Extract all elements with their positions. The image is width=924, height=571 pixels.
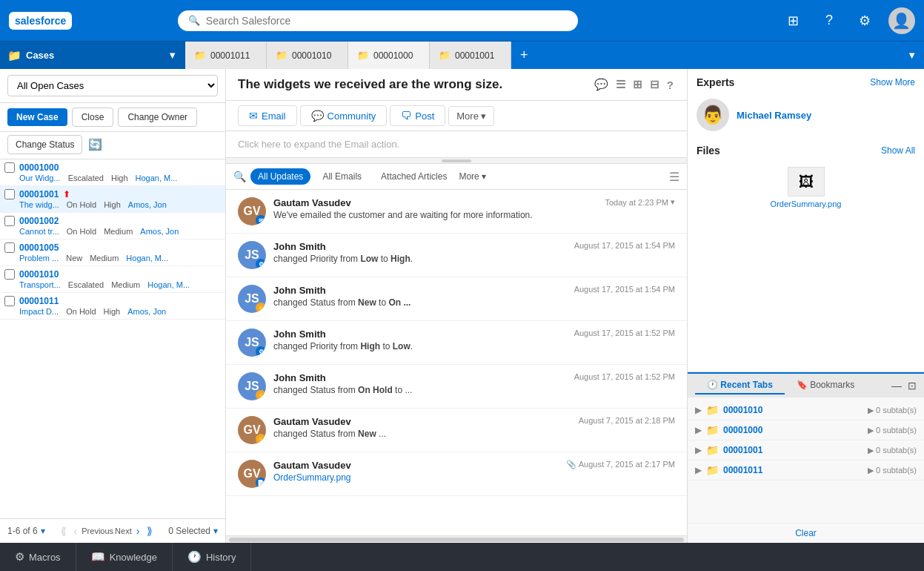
case-number-0[interactable]: 00001000 bbox=[19, 162, 59, 173]
case-row-5[interactable]: 00001011 Impact D... On Hold High Amos, … bbox=[0, 293, 225, 320]
recent-tabs-list: ▶ 📁 00001010 ▶ 0 subtab(s) ▶ 📁 00001000 … bbox=[688, 397, 924, 523]
main-layout: All Open Cases New Case Close Change Own… bbox=[0, 69, 924, 543]
filter-more-label: More bbox=[459, 171, 479, 182]
clear-button[interactable]: Clear bbox=[688, 523, 924, 543]
email-action-tab[interactable]: ✉ Email bbox=[238, 105, 297, 126]
rt-sub-3[interactable]: ▶ 0 subtab(s) bbox=[868, 466, 917, 475]
selected-dropdown-icon[interactable]: ▾ bbox=[213, 526, 218, 536]
actions-more-dropdown[interactable]: More ▾ bbox=[448, 106, 494, 126]
tab-00001011[interactable]: 📁 00001011 bbox=[185, 42, 267, 69]
grid-icon[interactable]: ⊞ bbox=[782, 9, 805, 33]
horiz-scroll-thumb bbox=[229, 538, 684, 542]
right-top: Experts Show More 👨 Michael Ramsey Files… bbox=[688, 69, 924, 372]
case-row-0[interactable]: 00001000 Our Widg... Escalated High Hoga… bbox=[0, 159, 225, 186]
feed-author-6: Gautam Vasudev bbox=[273, 460, 351, 471]
grid-view-icon[interactable]: ⊞ bbox=[631, 76, 644, 93]
change-status-button[interactable]: Change Status bbox=[7, 135, 82, 154]
feed-sort-icon[interactable]: ☰ bbox=[669, 170, 679, 184]
recent-tab-1[interactable]: ▶ 📁 00001000 ▶ 0 subtab(s) bbox=[688, 420, 924, 440]
case-checkbox-3[interactable] bbox=[4, 242, 15, 253]
rb-tab-recent[interactable]: 🕐 Recent Tabs bbox=[695, 377, 785, 395]
case-number-2[interactable]: 00001002 bbox=[19, 216, 59, 226]
tab-add-button[interactable]: + bbox=[513, 42, 536, 69]
knowledge-tab[interactable]: 📖 Knowledge bbox=[76, 543, 173, 571]
escalated-badge-1: ⬆ bbox=[63, 189, 70, 199]
tab-00001000[interactable]: 📁 00001000 bbox=[348, 42, 430, 69]
feed-avatar-2: JS ⚡ bbox=[238, 285, 266, 313]
pagination-dropdown-icon[interactable]: ▾ bbox=[41, 526, 45, 536]
filter-all-updates[interactable]: All Updates bbox=[250, 168, 310, 185]
case-row-3[interactable]: 00001005 Problem ... New Medium Hogan, M… bbox=[0, 240, 225, 266]
feed-author-4: John Smith bbox=[273, 372, 326, 383]
post-action-tab[interactable]: 🗨 Post bbox=[390, 105, 445, 126]
tab-00001010[interactable]: 📁 00001010 bbox=[267, 42, 348, 69]
rt-toggle-0[interactable]: ▶ bbox=[695, 405, 702, 415]
rt-toggle-1[interactable]: ▶ bbox=[695, 425, 702, 435]
history-tab[interactable]: 🕐 History bbox=[173, 543, 251, 571]
file-item-0[interactable]: 🖼 OrderSummary.png bbox=[697, 162, 915, 213]
question-icon[interactable]: ? bbox=[665, 77, 675, 93]
cases-dropdown[interactable]: 📁 Cases ▼ bbox=[0, 42, 185, 69]
recent-tab-0[interactable]: ▶ 📁 00001010 ▶ 0 subtab(s) bbox=[688, 400, 924, 420]
show-more-experts[interactable]: Show More bbox=[870, 77, 915, 88]
comment-icon[interactable]: 💬 bbox=[593, 76, 610, 93]
pag-prev-btn[interactable]: ‹ bbox=[71, 524, 81, 538]
community-tab-icon: 💬 bbox=[311, 110, 324, 122]
recent-tab-2[interactable]: ▶ 📁 00001001 ▶ 0 subtab(s) bbox=[688, 440, 924, 461]
case-checkbox-4[interactable] bbox=[4, 269, 15, 280]
rt-number-1: 00001000 bbox=[723, 425, 762, 435]
rb-tab-bookmarks[interactable]: 🔖 Bookmarks bbox=[785, 377, 866, 395]
rb-expand-icon[interactable]: ⊡ bbox=[908, 380, 917, 392]
case-number-3[interactable]: 00001005 bbox=[19, 242, 59, 253]
list-icon[interactable]: ☰ bbox=[614, 76, 627, 93]
case-checkbox-2[interactable] bbox=[4, 216, 15, 226]
cases-filter-dropdown[interactable]: All Open Cases bbox=[7, 75, 218, 96]
search-bar[interactable]: 🔍 bbox=[178, 10, 578, 31]
cases-dropdown-arrow[interactable]: ▼ bbox=[167, 50, 177, 61]
filter-more[interactable]: More ▾ bbox=[459, 171, 485, 182]
tab-00001001[interactable]: 📁 00001001 bbox=[430, 42, 511, 69]
case-checkbox-1[interactable] bbox=[4, 189, 15, 199]
rt-toggle-2[interactable]: ▶ bbox=[695, 445, 702, 455]
feed-search-icon[interactable]: 🔍 bbox=[233, 171, 246, 182]
case-number-5[interactable]: 00001011 bbox=[19, 296, 59, 306]
email-action-area[interactable]: Click here to expand the Email action. bbox=[226, 131, 687, 158]
filter-all-emails[interactable]: All Emails bbox=[315, 168, 369, 185]
case-number-4[interactable]: 00001010 bbox=[19, 269, 59, 280]
filter-attached-articles[interactable]: Attached Articles bbox=[373, 168, 454, 185]
search-input[interactable] bbox=[206, 15, 568, 27]
tab-scroll-right[interactable]: ▼ bbox=[900, 42, 924, 69]
pag-first-btn[interactable]: ⟪ bbox=[58, 524, 70, 538]
avatar[interactable]: 👤 bbox=[888, 7, 915, 34]
case-row-4[interactable]: 00001010 Transport... Escalated Medium H… bbox=[0, 266, 225, 293]
close-button[interactable]: Close bbox=[72, 108, 114, 127]
table-icon[interactable]: ⊟ bbox=[648, 76, 661, 93]
help-icon[interactable]: ? bbox=[817, 9, 841, 33]
refresh-icon[interactable]: 🔄 bbox=[88, 138, 102, 151]
macros-tab[interactable]: ⚙ Macros bbox=[0, 543, 76, 571]
case-checkbox-5[interactable] bbox=[4, 296, 15, 306]
new-case-button[interactable]: New Case bbox=[7, 108, 67, 126]
show-all-files[interactable]: Show All bbox=[881, 145, 915, 156]
case-owner-2: Amos, Jon bbox=[140, 227, 179, 236]
recent-tab-3[interactable]: ▶ 📁 00001011 ▶ 0 subtab(s) bbox=[688, 461, 924, 481]
rt-sub-0[interactable]: ▶ 0 subtab(s) bbox=[868, 406, 917, 415]
case-row-1[interactable]: 00001001 ⬆ The widg... On Hold High Amos… bbox=[0, 186, 225, 213]
case-checkbox-0[interactable] bbox=[4, 162, 15, 173]
case-number-1[interactable]: 00001001 bbox=[19, 189, 59, 199]
rt-sub-2[interactable]: ▶ 0 subtab(s) bbox=[868, 446, 917, 455]
cases-label: Cases bbox=[26, 50, 54, 61]
rt-toggle-3[interactable]: ▶ bbox=[695, 465, 702, 475]
settings-icon[interactable]: ⚙ bbox=[853, 9, 877, 33]
case-row-2[interactable]: 00001002 Cannot tr... On Hold Medium Amo… bbox=[0, 213, 225, 240]
expert-name-0[interactable]: Michael Ramsey bbox=[737, 110, 811, 121]
feed-item-5: GV ⚡ Gautam Vasudev August 7, 2015 at 2:… bbox=[226, 409, 687, 452]
pag-next-btn[interactable]: › bbox=[133, 524, 143, 538]
horizontal-scrollbar[interactable] bbox=[226, 535, 687, 543]
community-action-tab[interactable]: 💬 Community bbox=[300, 105, 388, 126]
rb-minimize-icon[interactable]: — bbox=[891, 380, 902, 392]
expert-avatar-0: 👨 bbox=[697, 99, 729, 131]
pag-last-btn[interactable]: ⟫ bbox=[144, 524, 156, 538]
rt-sub-1[interactable]: ▶ 0 subtab(s) bbox=[868, 426, 917, 435]
change-owner-button[interactable]: Change Owner bbox=[118, 108, 197, 127]
